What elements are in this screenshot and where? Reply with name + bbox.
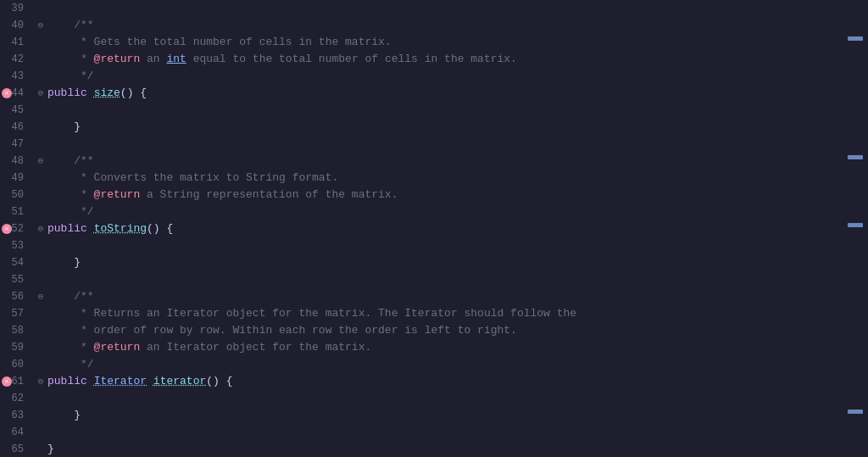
line-63: 63 }: [0, 407, 868, 424]
line-number-44: ✕ 44: [0, 85, 34, 102]
right-marker-41: [848, 36, 863, 41]
line-52: ✕ 52 ⊖ public toString() {: [0, 220, 868, 237]
line-code-56: /**: [47, 288, 868, 305]
right-marker-52: [848, 223, 863, 227]
line-code-54: }: [47, 254, 868, 271]
line-code-41: * Gets the total number of cells in the …: [47, 34, 868, 51]
line-64: 64: [0, 424, 868, 441]
line-number-45: 45: [0, 102, 34, 119]
line-41: 41 * Gets the total number of cells in t…: [0, 34, 868, 51]
line-51: 51 */: [0, 203, 868, 220]
line-49: 49 * Converts the matrix to String forma…: [0, 170, 868, 187]
line-43: 43 */: [0, 68, 868, 85]
line-code-49: * Converts the matrix to String format.: [47, 170, 868, 187]
right-marker-48: [848, 155, 863, 159]
line-code-46: }: [47, 119, 868, 136]
line-code-52: public toString() {: [47, 220, 868, 237]
line-48: 48 ⊖ /**: [0, 153, 868, 170]
line-code-57: * Returns an Iterator object for the mat…: [47, 305, 868, 322]
line-47: 47: [0, 136, 868, 153]
line-code-44: public size() {: [47, 85, 868, 102]
line-59: 59 * @return an Iterator object for the …: [0, 339, 868, 356]
code-editor: 39 40 ⊖ /** 41 * Gets the total number o…: [0, 0, 868, 457]
line-code-59: * @return an Iterator object for the mat…: [47, 339, 868, 356]
line-57: 57 * Returns an Iterator object for the …: [0, 305, 868, 322]
line-50: 50 * @return a String representation of …: [0, 187, 868, 203]
line-code-65: }: [47, 441, 868, 457]
line-58: 58 * order of row by row. Within each ro…: [0, 322, 868, 339]
line-number-55: 55: [0, 271, 34, 288]
line-code-51: */: [47, 203, 868, 220]
line-number-61: ✕ 61: [0, 373, 34, 390]
line-number-42: 42: [0, 51, 34, 68]
line-40: 40 ⊖ /**: [0, 17, 868, 34]
line-45: 45: [0, 102, 868, 119]
line-code-50: * @return a String representation of the…: [47, 187, 868, 203]
line-number-41: 41: [0, 34, 34, 51]
fold-icon-52[interactable]: ⊖: [34, 220, 47, 237]
line-code-63: }: [47, 407, 868, 424]
line-number-64: 64: [0, 424, 34, 441]
line-number-56: 56: [0, 288, 34, 305]
line-code-58: * order of row by row. Within each row t…: [47, 322, 868, 339]
line-62: 62: [0, 390, 868, 407]
line-number-47: 47: [0, 136, 34, 153]
line-60: 60 */: [0, 356, 868, 373]
line-number-58: 58: [0, 322, 34, 339]
line-number-59: 59: [0, 339, 34, 356]
line-code-48: /**: [47, 153, 868, 170]
line-56: 56 ⊖ /**: [0, 288, 868, 305]
right-marker-63: [848, 410, 863, 414]
fold-icon-48[interactable]: ⊖: [34, 153, 47, 170]
line-number-40: 40: [0, 17, 34, 34]
fold-icon-40[interactable]: ⊖: [34, 17, 47, 34]
line-44: ✕ 44 ⊖ public size() {: [0, 85, 868, 102]
line-number-46: 46: [0, 119, 34, 136]
line-number-65: 65: [0, 441, 34, 457]
line-number-60: 60: [0, 356, 34, 373]
line-39: 39: [0, 0, 868, 17]
line-number-43: 43: [0, 68, 34, 85]
line-number-53: 53: [0, 237, 34, 254]
line-42: 42 * @return an int equal to the total n…: [0, 51, 868, 68]
line-46: 46 }: [0, 119, 868, 136]
fold-icon-56[interactable]: ⊖: [34, 288, 47, 305]
line-number-49: 49: [0, 170, 34, 187]
line-number-57: 57: [0, 305, 34, 322]
line-number-52: ✕ 52: [0, 220, 34, 237]
line-code-40: /**: [47, 17, 868, 34]
line-54: 54 }: [0, 254, 868, 271]
line-number-54: 54: [0, 254, 34, 271]
line-number-48: 48: [0, 153, 34, 170]
fold-icon-44[interactable]: ⊖: [34, 85, 47, 102]
line-number-62: 62: [0, 390, 34, 407]
line-65: 65 }: [0, 441, 868, 457]
line-61: ✕ 61 ⊖ public Iterator iterator() {: [0, 373, 868, 390]
line-code-60: */: [47, 356, 868, 373]
line-code-43: */: [47, 68, 868, 85]
line-55: 55: [0, 271, 868, 288]
line-code-61: public Iterator iterator() {: [47, 373, 868, 390]
fold-icon-61[interactable]: ⊖: [34, 373, 47, 390]
line-number-51: 51: [0, 203, 34, 220]
line-number-63: 63: [0, 407, 34, 424]
line-53: 53: [0, 237, 868, 254]
line-code-42: * @return an int equal to the total numb…: [47, 51, 868, 68]
line-number-50: 50: [0, 187, 34, 203]
line-number-39: 39: [0, 0, 34, 17]
